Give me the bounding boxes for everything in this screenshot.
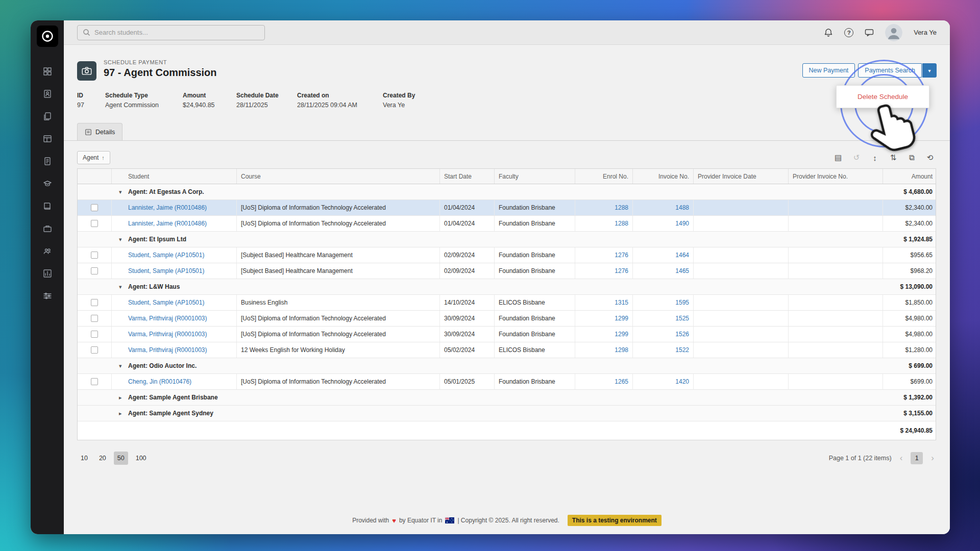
next-page-icon[interactable]: › — [929, 453, 936, 463]
sidebar-item-reports[interactable] — [31, 262, 64, 285]
collapse-group-icon[interactable]: ▾ — [119, 189, 126, 195]
page-size-50[interactable]: 50 — [114, 452, 128, 465]
row-checkbox[interactable] — [91, 252, 98, 259]
copy-grid-icon[interactable]: ⧉ — [905, 152, 918, 164]
row-checkbox[interactable] — [91, 315, 98, 322]
expand-group-icon[interactable]: ▸ — [119, 410, 126, 417]
sidebar-item-documents[interactable] — [31, 105, 64, 128]
sidebar-item-invoices[interactable] — [31, 150, 64, 172]
row-checkbox[interactable] — [91, 378, 98, 385]
expand-group-icon[interactable]: ▸ — [119, 394, 126, 401]
group-by-agent-chip[interactable]: Agent ↑ — [77, 151, 110, 164]
student-link[interactable]: Varma, Prithviraj (R0001003) — [128, 331, 207, 338]
row-checkbox[interactable] — [91, 267, 98, 274]
provider-invoice-no-cell — [789, 342, 883, 358]
notifications-button[interactable] — [824, 28, 833, 37]
schedule-detail-row: Varma, Prithviraj (R0001003)[UoS] Diplom… — [78, 311, 936, 327]
invoice-no-link[interactable]: 1490 — [675, 220, 689, 227]
col-header-faculty[interactable]: Faculty — [495, 169, 575, 184]
sidebar-item-tables[interactable] — [31, 128, 64, 150]
student-link[interactable]: Lannister, Jaime (R0010486) — [128, 204, 207, 211]
collapse-group-icon[interactable]: ▾ — [119, 236, 126, 243]
row-checkbox[interactable] — [91, 204, 98, 211]
user-name[interactable]: Vera Ye — [914, 29, 937, 36]
page-size-100[interactable]: 100 — [132, 452, 150, 465]
prev-page-icon[interactable]: ‹ — [898, 453, 905, 463]
group-row-spacer — [78, 390, 112, 405]
row-checkbox[interactable] — [91, 220, 98, 227]
feedback-button[interactable] — [865, 29, 874, 37]
col-header-invoice-no[interactable]: Invoice No. — [633, 169, 694, 184]
invoice-no-link[interactable]: 1464 — [675, 252, 689, 259]
sidebar-item-library[interactable] — [31, 195, 64, 217]
search-box[interactable] — [77, 25, 265, 40]
sidebar-item-jobs[interactable] — [31, 217, 64, 240]
student-link[interactable]: Lannister, Jaime (R0010486) — [128, 220, 207, 227]
enrol-no-link[interactable]: 1299 — [615, 315, 628, 322]
enrol-no-link[interactable]: 1276 — [615, 267, 628, 274]
sidebar-item-courses[interactable] — [31, 172, 64, 195]
help-button[interactable]: ? — [844, 28, 853, 37]
enrol-no-link[interactable]: 1288 — [615, 220, 628, 227]
row-checkbox[interactable] — [91, 331, 98, 338]
enrol-no-link[interactable]: 1315 — [615, 299, 628, 306]
row-checkbox-cell — [78, 327, 112, 342]
invoice-no-link[interactable]: 1420 — [675, 378, 689, 385]
undo-icon[interactable]: ↺ — [850, 152, 863, 164]
invoice-no-link[interactable]: 1595 — [675, 299, 689, 306]
page-size-10[interactable]: 10 — [77, 452, 91, 465]
row-checkbox[interactable] — [91, 346, 98, 354]
payments-search-button[interactable]: Payments Search — [858, 63, 922, 78]
sidebar-item-settings[interactable] — [31, 285, 64, 307]
collapse-group-icon[interactable]: ▾ — [119, 363, 126, 369]
schedule-info-row: ID 97 Schedule Type Agent Commission Amo… — [77, 92, 937, 109]
sidebar-item-agents[interactable] — [31, 240, 64, 262]
student-link[interactable]: Student, Sample (AP10501) — [128, 299, 204, 306]
agent-group-row: ▸Agent: Sample Agent Sydney$ 3,155.00 — [78, 406, 936, 421]
delete-schedule-menu-item[interactable]: Delete Schedule — [836, 85, 929, 108]
invoice-no-link[interactable]: 1488 — [675, 204, 689, 211]
invoice-no-link[interactable]: 1525 — [675, 315, 689, 322]
col-header-start-date[interactable]: Start Date — [440, 169, 495, 184]
sidebar-item-dashboard[interactable] — [31, 60, 64, 83]
export-grid-icon[interactable]: ▤ — [832, 152, 844, 164]
search-input[interactable] — [94, 29, 259, 36]
expand-all-icon[interactable]: ↕ — [869, 152, 881, 164]
student-link[interactable]: Varma, Prithviraj (R0001003) — [128, 315, 207, 322]
enrol-no-link[interactable]: 1299 — [615, 331, 628, 338]
student-link[interactable]: Varma, Prithviraj (R0001003) — [128, 346, 207, 354]
student-link[interactable]: Student, Sample (AP10501) — [128, 267, 204, 274]
history-icon[interactable]: ⟲ — [924, 152, 936, 164]
student-link[interactable]: Cheng, Jin (R0010476) — [128, 378, 191, 385]
col-header-student[interactable]: Student — [112, 169, 237, 184]
col-header-provider-invoice-no[interactable]: Provider Invoice No. — [789, 169, 883, 184]
page-size-20[interactable]: 20 — [95, 452, 110, 465]
enrol-no-cell: 1265 — [575, 374, 633, 389]
col-header-course[interactable]: Course — [237, 169, 440, 184]
sidebar-item-contacts[interactable] — [31, 83, 64, 105]
col-header-enrol-no[interactable]: Enrol No. — [575, 169, 633, 184]
enrol-no-link[interactable]: 1298 — [615, 346, 628, 354]
enrol-no-link[interactable]: 1276 — [615, 252, 628, 259]
invoice-no-link[interactable]: 1522 — [675, 346, 689, 354]
student-link[interactable]: Student, Sample (AP10501) — [128, 252, 204, 259]
row-checkbox-cell — [78, 374, 112, 389]
tab-details[interactable]: Details — [77, 123, 122, 140]
col-header-amount[interactable]: Amount — [883, 169, 937, 184]
page-number-button[interactable]: 1 — [911, 452, 923, 464]
collapse-all-icon[interactable]: ⇅ — [887, 152, 899, 164]
collapse-group-icon[interactable]: ▾ — [119, 284, 126, 290]
grid-header-row: Student Course Start Date Faculty Enrol … — [78, 169, 936, 184]
pager-right: Page 1 of 1 (22 items) ‹ 1 › — [829, 452, 936, 464]
enrol-no-link[interactable]: 1265 — [615, 378, 628, 385]
col-header-provider-invoice-date[interactable]: Provider Invoice Date — [694, 169, 789, 184]
new-payment-button[interactable]: New Payment — [802, 63, 855, 78]
invoice-no-link[interactable]: 1465 — [675, 267, 689, 274]
app-logo[interactable] — [37, 26, 58, 47]
enrol-no-link[interactable]: 1288 — [615, 204, 628, 211]
invoice-no-link[interactable]: 1526 — [675, 331, 689, 338]
avatar[interactable] — [885, 24, 902, 41]
payments-dropdown-button[interactable]: ▾ — [922, 63, 937, 78]
row-checkbox[interactable] — [91, 299, 98, 306]
schedule-detail-row: Varma, Prithviraj (R0001003)[UoS] Diplom… — [78, 327, 936, 342]
